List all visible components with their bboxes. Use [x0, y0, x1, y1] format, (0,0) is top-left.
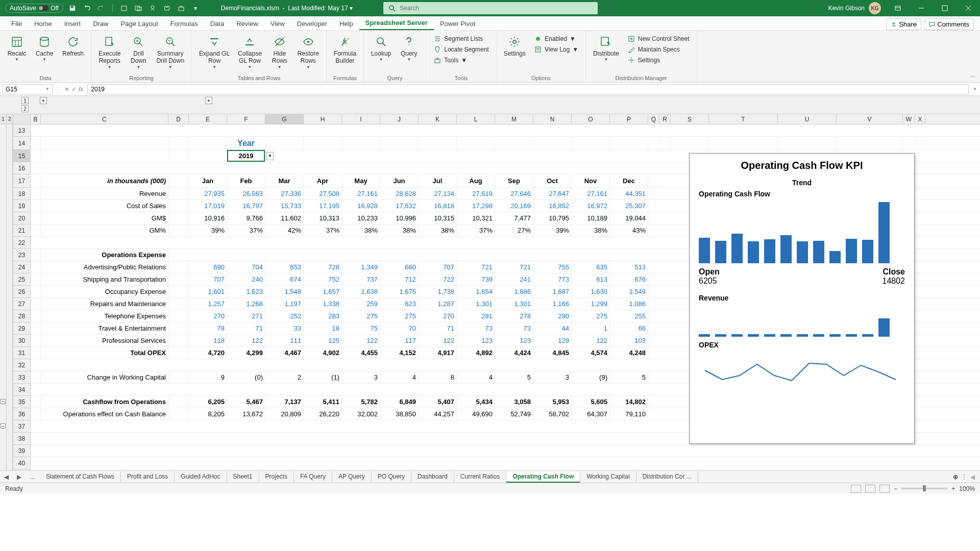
cell[interactable]: 18 — [304, 322, 342, 334]
col-header-C[interactable]: C — [41, 114, 168, 124]
row-header-38[interactable]: 38 — [13, 433, 30, 445]
cell[interactable]: 10,189 — [572, 212, 610, 224]
row-header-18[interactable]: 18 — [13, 188, 30, 200]
cell[interactable] — [31, 408, 41, 420]
cell[interactable]: 653 — [265, 261, 304, 273]
cell[interactable]: 16,818 — [419, 200, 457, 212]
cell[interactable]: 10,233 — [342, 212, 380, 224]
cell[interactable]: 704 — [227, 261, 265, 273]
restore-rows-button[interactable]: Restore Rows ▼ — [295, 33, 322, 74]
cell[interactable]: 8 — [419, 371, 457, 383]
cell[interactable]: 118 — [189, 335, 227, 346]
cell[interactable] — [610, 137, 648, 149]
col-header-E[interactable]: E — [189, 114, 227, 124]
cell[interactable]: Total OPEX — [41, 347, 168, 359]
row-header-28[interactable]: 28 — [13, 310, 30, 322]
cell[interactable]: 4 — [380, 371, 419, 383]
cell[interactable]: 26,563 — [227, 188, 265, 199]
qat-icon-3[interactable] — [148, 3, 158, 13]
cell[interactable]: 27% — [495, 224, 533, 236]
col-header-M[interactable]: M — [495, 114, 533, 124]
cell[interactable]: Change in Working Capital — [41, 371, 168, 383]
query-button[interactable]: Query▼ — [396, 33, 422, 74]
cell[interactable]: 38% — [572, 224, 610, 236]
recalc-button[interactable]: Recalc▼ — [4, 33, 30, 74]
cell[interactable]: 3,058 — [495, 396, 533, 408]
cell[interactable]: 39% — [533, 224, 572, 236]
cell[interactable] — [31, 371, 41, 383]
cell[interactable] — [168, 310, 189, 322]
cell[interactable]: Professional Services — [41, 335, 168, 346]
row-outline-toggle[interactable]: − — [1, 399, 6, 404]
cell[interactable]: 707 — [419, 261, 457, 273]
cell[interactable]: Mar — [265, 174, 304, 187]
cell[interactable]: 270 — [189, 310, 227, 322]
search-box[interactable] — [383, 2, 598, 14]
user-account[interactable]: Kevin Gibson KG — [828, 2, 886, 14]
cell[interactable] — [168, 335, 189, 346]
cell[interactable]: 17,019 — [189, 200, 227, 212]
cell[interactable]: 707 — [189, 273, 227, 285]
cell[interactable]: 283 — [304, 310, 342, 322]
col-header-I[interactable]: I — [342, 114, 380, 124]
cell[interactable]: 14,802 — [610, 396, 648, 408]
cell[interactable]: 271 — [227, 310, 265, 322]
cell[interactable]: 1,738 — [419, 286, 457, 297]
cell[interactable]: 1,675 — [380, 286, 419, 297]
summary-drill-button[interactable]: Summary Drill Down ▼ — [153, 33, 187, 74]
cell[interactable]: 635 — [572, 261, 610, 273]
col-header-L[interactable]: L — [457, 114, 495, 124]
cell[interactable]: 4,720 — [189, 347, 227, 359]
cell[interactable]: Aug — [457, 174, 495, 187]
autosave-toggle[interactable]: AutoSave Off — [5, 4, 63, 13]
cell[interactable] — [31, 137, 41, 149]
cell[interactable]: 19,044 — [610, 212, 648, 224]
page-layout-view-icon[interactable] — [865, 485, 875, 493]
drill-down-button[interactable]: Drill Down ▼ — [126, 33, 151, 74]
cell[interactable] — [168, 396, 189, 408]
close-icon[interactable] — [957, 0, 980, 16]
col-header-H[interactable]: H — [304, 114, 342, 124]
cell[interactable]: Year — [227, 137, 265, 149]
sheet-tab[interactable]: Guided AdHoc — [175, 471, 227, 483]
cell[interactable]: Jan — [189, 174, 227, 187]
cell[interactable]: 1,338 — [304, 298, 342, 310]
cell[interactable]: 71 — [419, 322, 457, 334]
cell[interactable]: 16,797 — [227, 200, 265, 212]
ribbon-tab-developer[interactable]: Developer — [291, 17, 333, 30]
collapse-ribbon-icon[interactable]: ︿ — [970, 71, 976, 80]
cell[interactable]: 27,508 — [304, 188, 342, 199]
cell[interactable]: 1,548 — [265, 286, 304, 297]
locate-segment-button[interactable]: Locate Segment — [430, 44, 492, 55]
cell[interactable]: 27,161 — [342, 188, 380, 199]
cell[interactable]: 28,628 — [380, 188, 419, 199]
ribbon-display-icon[interactable] — [886, 0, 910, 16]
cell[interactable]: Nov — [572, 174, 610, 187]
cell[interactable] — [31, 310, 41, 322]
cell[interactable]: 4,299 — [227, 347, 265, 359]
cell[interactable]: 27,619 — [457, 188, 495, 199]
row-header-16[interactable]: 16 — [13, 162, 30, 174]
cell[interactable]: 5,953 — [533, 396, 572, 408]
cell[interactable]: 38% — [380, 224, 419, 236]
row-header-25[interactable]: 25 — [13, 273, 30, 286]
cell[interactable]: Occupancy Expense — [41, 286, 168, 297]
cell[interactable]: 290 — [533, 310, 572, 322]
search-input[interactable] — [400, 5, 593, 12]
sheet-tab[interactable]: Working Capital — [580, 471, 636, 483]
cell[interactable]: 240 — [227, 273, 265, 285]
cell[interactable] — [31, 335, 41, 346]
cell[interactable] — [380, 137, 419, 149]
cell[interactable]: 1 — [572, 322, 610, 334]
cell[interactable] — [648, 137, 659, 149]
ribbon-tab-page-layout[interactable]: Page Layout — [115, 17, 164, 30]
cell[interactable]: 752 — [304, 273, 342, 285]
cell[interactable] — [31, 174, 41, 187]
cell[interactable] — [168, 174, 189, 187]
cell[interactable] — [168, 322, 189, 334]
cell[interactable]: 17,298 — [457, 200, 495, 212]
cell[interactable]: 27,935 — [189, 188, 227, 199]
redo-icon[interactable] — [96, 3, 106, 13]
row-header-19[interactable]: 19 — [13, 200, 30, 212]
cell[interactable] — [31, 150, 41, 162]
